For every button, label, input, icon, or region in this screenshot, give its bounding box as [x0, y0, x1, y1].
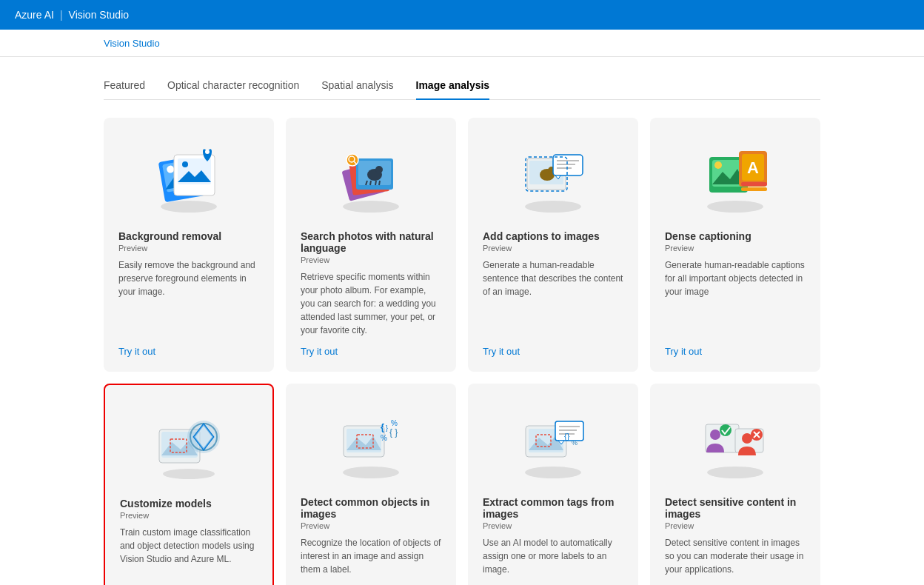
svg-point-54 — [343, 467, 399, 478]
svg-text:%: % — [391, 419, 398, 427]
card-title-search-photos: Search photos with natural language — [301, 230, 441, 254]
card-link-search-photos[interactable]: Try it out — [301, 346, 441, 357]
card-background-removal: Background removal Preview Easily remove… — [104, 118, 274, 372]
vision-studio-link[interactable]: Vision Studio — [104, 38, 160, 49]
card-image-search-photos — [301, 133, 441, 221]
card-badge-search-photos: Preview — [301, 255, 441, 264]
separator: | — [60, 9, 63, 21]
card-image-detect-objects: { } % % { } — [301, 398, 441, 487]
svg-point-35 — [707, 201, 763, 213]
card-title-background-removal: Background removal — [118, 230, 259, 242]
cards-grid: Background removal Preview Easily remove… — [104, 118, 820, 585]
card-image-customize-models — [120, 400, 258, 489]
card-link-dense-captioning[interactable]: Try it out — [665, 346, 806, 357]
card-detect-sensitive: Detect sensitive content in images Previ… — [650, 384, 820, 585]
card-image-dense-captioning: A — [665, 133, 806, 221]
card-customize-models: Customize models Preview Train custom im… — [104, 384, 274, 585]
card-detect-objects: { } % % { } Detect common objects in ima… — [286, 384, 456, 585]
product-label: Vision Studio — [69, 9, 129, 21]
card-title-detect-objects: Detect common objects in images — [301, 496, 441, 520]
svg-point-16 — [375, 166, 383, 173]
svg-rect-44 — [741, 187, 767, 191]
card-badge-extract-tags: Preview — [483, 521, 623, 530]
card-desc-detect-sensitive: Detect sensitive content in images so yo… — [665, 536, 806, 576]
svg-point-81 — [720, 424, 732, 436]
svg-point-10 — [343, 201, 399, 213]
svg-text:{ }: { } — [389, 427, 398, 438]
svg-text:{: { — [381, 421, 384, 432]
card-title-detect-sensitive: Detect sensitive content in images — [665, 496, 806, 520]
card-desc-customize-models: Train custom image classification and ob… — [120, 526, 258, 575]
svg-text:%: % — [572, 439, 578, 447]
card-image-extract-tags: {} % — [483, 398, 623, 487]
svg-line-19 — [375, 181, 376, 185]
card-image-detect-sensitive — [665, 398, 806, 487]
card-badge-detect-objects: Preview — [301, 521, 441, 530]
card-title-customize-models: Customize models — [120, 498, 258, 509]
main-content: Featured Optical character recognition S… — [0, 57, 924, 585]
svg-point-8 — [182, 161, 188, 167]
svg-line-20 — [379, 181, 380, 185]
svg-point-24 — [525, 201, 581, 213]
svg-point-64 — [525, 467, 581, 478]
svg-point-45 — [163, 469, 215, 479]
svg-line-18 — [370, 181, 371, 185]
brand-label: Azure AI — [15, 9, 54, 21]
card-add-captions: Add captions to images Preview Generate … — [468, 118, 638, 372]
card-image-add-captions — [483, 133, 623, 221]
svg-point-9 — [205, 150, 210, 154]
card-desc-extract-tags: Use an AI model to automatically assign … — [483, 536, 623, 576]
svg-text:A: A — [747, 158, 759, 177]
top-bar: Azure AI | Vision Studio — [0, 0, 924, 30]
card-title-extract-tags: Extract common tags from images — [483, 496, 623, 520]
tab-image-analysis[interactable]: Image analysis — [416, 72, 490, 100]
svg-point-80 — [742, 433, 752, 444]
card-link-add-captions[interactable]: Try it out — [483, 346, 623, 357]
sub-nav: Vision Studio — [0, 30, 924, 57]
card-badge-dense-captioning: Preview — [665, 244, 806, 253]
card-title-dense-captioning: Dense captioning — [665, 230, 806, 242]
tab-featured[interactable]: Featured — [104, 72, 145, 100]
card-badge-detect-sensitive: Preview — [665, 521, 806, 530]
card-link-background-removal[interactable]: Try it out — [118, 346, 259, 357]
tabs: Featured Optical character recognition S… — [104, 72, 820, 100]
card-extract-tags: {} % Extract common tags from images Pre… — [468, 384, 638, 585]
svg-text:}: } — [386, 424, 388, 432]
svg-point-76 — [707, 467, 763, 478]
svg-point-79 — [710, 429, 720, 440]
card-desc-background-removal: Easily remove the background and preserv… — [118, 258, 259, 337]
svg-point-39 — [714, 161, 722, 169]
card-desc-add-captions: Generate a human-readable sentence that … — [483, 258, 623, 337]
card-desc-dense-captioning: Generate human-readable captions for all… — [665, 258, 806, 337]
svg-rect-43 — [741, 182, 767, 186]
card-desc-search-photos: Retrieve specific moments within your ph… — [301, 270, 441, 337]
card-badge-customize-models: Preview — [120, 511, 258, 520]
svg-text:%: % — [381, 434, 387, 442]
card-title-add-captions: Add captions to images — [483, 230, 623, 242]
svg-rect-29 — [553, 155, 583, 176]
card-badge-background-removal: Preview — [118, 244, 259, 253]
svg-point-0 — [161, 201, 217, 213]
tab-spatial[interactable]: Spatial analysis — [321, 72, 393, 100]
card-image-background-removal — [118, 133, 259, 221]
card-search-photos: Search photos with natural language Prev… — [286, 118, 456, 372]
card-desc-detect-objects: Recognize the location of objects of int… — [301, 536, 441, 576]
svg-text:{}: {} — [564, 432, 570, 441]
tab-ocr[interactable]: Optical character recognition — [167, 72, 299, 100]
card-badge-add-captions: Preview — [483, 244, 623, 253]
card-dense-captioning: A Dense captioning Preview Generate huma… — [650, 118, 820, 372]
